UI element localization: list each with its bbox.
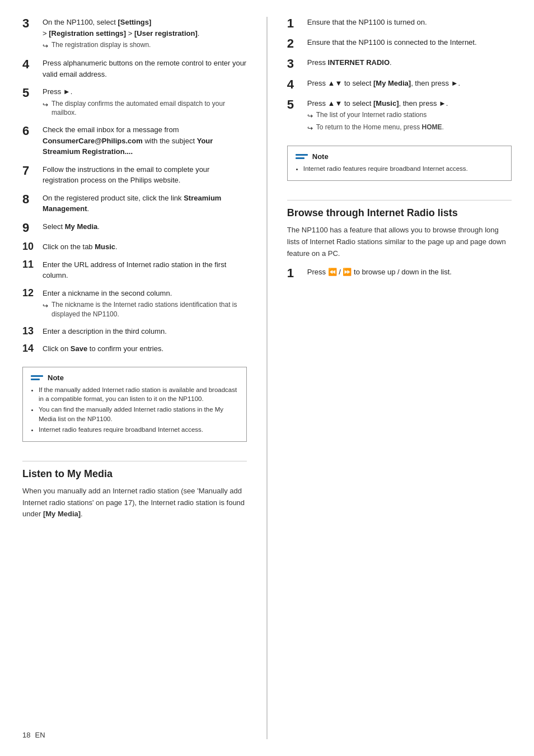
note-bullet-item: Internet radio features require broadban…: [303, 164, 503, 173]
note-label: Note: [48, 374, 64, 382]
right-step-2: 2 Ensure that the NP1100 is connected to…: [287, 37, 512, 50]
step-6: 6 Check the email inbox for a message fr…: [22, 124, 247, 157]
left-column: 3 On the NP1100, select [Settings]> [Reg…: [22, 17, 247, 739]
arrow-item: ↪ The list of your Internet radio statio…: [307, 110, 512, 121]
right-step-4: 4 Press ▲▼ to select [My Media], then pr…: [287, 78, 512, 91]
step-content-9: Select My Media.: [43, 221, 247, 232]
step-5: 5 Press ►. ↪ The display confirms the au…: [22, 86, 247, 118]
step-num-r4: 4: [287, 78, 307, 91]
arrow-icon: ↪: [43, 41, 48, 51]
step-num-11: 11: [22, 259, 43, 270]
step-num-4: 4: [22, 58, 43, 71]
arrow-icon: ↪: [43, 301, 48, 311]
arrow-item: ↪ The nickname is the Internet radio sta…: [43, 300, 247, 319]
step-num-r1: 1: [287, 17, 307, 30]
page-lang: EN: [35, 731, 45, 739]
listen-section-title: Listen to My Media: [22, 468, 247, 480]
step-content-3: On the NP1100, select [Settings]> [Regis…: [43, 17, 247, 51]
step-content-13: Enter a description in the third column.: [43, 326, 247, 337]
arrow-item: ↪ To return to the Home menu, press HOME…: [307, 123, 512, 133]
step-num-r2: 2: [287, 37, 307, 50]
arrow-text: The display confirms the automated email…: [51, 99, 247, 118]
browse-step-1: 1 Press ⏪ / ⏩ to browse up / down in the…: [287, 267, 512, 280]
arrow-item: ↪ The registration display is shown.: [43, 40, 247, 51]
arrow-icon: ↪: [43, 100, 48, 110]
step-content-r1: Ensure that the NP1100 is turned on.: [307, 17, 512, 28]
step-num-3: 3: [22, 17, 43, 30]
step-num-14: 14: [22, 343, 43, 354]
page-number: 18: [22, 731, 30, 739]
step-num-5: 5: [22, 86, 43, 100]
right-step-3: 3 Press INTERNET RADIO.: [287, 57, 512, 71]
browse-section-title: Browse through Internet Radio lists: [287, 207, 512, 219]
right-step-1: 1 Ensure that the NP1100 is turned on.: [287, 17, 512, 30]
step-9: 9 Select My Media.: [22, 221, 247, 235]
step-content-5: Press ►. ↪ The display confirms the auto…: [43, 86, 247, 118]
step-content-b1: Press ⏪ / ⏩ to browse up / down in the l…: [307, 267, 512, 278]
vertical-divider: [266, 17, 268, 739]
listen-section-desc: When you manually add an Internet radio …: [22, 486, 247, 520]
step-13: 13 Enter a description in the third colu…: [22, 326, 247, 337]
note-bullet-item: You can find the manually added Internet…: [39, 405, 238, 423]
page-footer: 18 EN: [22, 720, 247, 739]
step-content-r4: Press ▲▼ to select [My Media], then pres…: [307, 78, 512, 89]
step-num-r5: 5: [287, 98, 307, 111]
note-box-right: Note Internet radio features require bro…: [287, 146, 512, 181]
step-num-10: 10: [22, 241, 43, 253]
step-content-r3: Press INTERNET RADIO.: [307, 57, 512, 68]
right-steps: 1 Ensure that the NP1100 is turned on. 2…: [287, 17, 512, 140]
note-header-right: Note: [296, 152, 503, 161]
step-14: 14 Click on Save to confirm your entries…: [22, 343, 247, 354]
step-content-r2: Ensure that the NP1100 is connected to t…: [307, 37, 512, 48]
section-divider-right: [287, 200, 512, 200]
right-step-5: 5 Press ▲▼ to select [Music], then press…: [287, 98, 512, 134]
note-bullets: If the manually added Internet radio sta…: [39, 385, 238, 433]
note-icon: [31, 373, 43, 382]
page: 3 On the NP1100, select [Settings]> [Reg…: [0, 0, 534, 756]
step-content-14: Click on Save to confirm your entries.: [43, 343, 247, 354]
step-content-10: Click on the tab Music.: [43, 241, 247, 253]
step-num-12: 12: [22, 288, 43, 299]
step-content-12: Enter a nickname in the second column. ↪…: [43, 288, 247, 319]
listen-section: Listen to My Media When you manually add…: [22, 468, 247, 527]
arrow-text: The nickname is the Internet radio stati…: [51, 300, 247, 319]
arrow-icon: ↪: [307, 123, 313, 133]
step-num-b1: 1: [287, 267, 307, 280]
step-num-9: 9: [22, 221, 43, 235]
right-column: 1 Ensure that the NP1100 is turned on. 2…: [287, 17, 512, 739]
browse-section: Browse through Internet Radio lists The …: [287, 207, 512, 287]
step-content-6: Check the email inbox for a message from…: [43, 124, 247, 157]
arrow-text: To return to the Home menu, press HOME.: [316, 123, 444, 132]
step-11: 11 Enter the URL address of Internet rad…: [22, 259, 247, 281]
note-header: Note: [31, 373, 238, 382]
browse-section-desc: The NP1100 has a feature that allows you…: [287, 225, 512, 259]
step-content-11: Enter the URL address of Internet radio …: [43, 259, 247, 281]
step-8: 8 On the registered product site, click …: [22, 193, 247, 214]
step-3: 3 On the NP1100, select [Settings]> [Reg…: [22, 17, 247, 51]
section-divider: [22, 461, 247, 461]
step-4: 4 Press alphanumeric buttons on the remo…: [22, 58, 247, 80]
left-steps: 3 On the NP1100, select [Settings]> [Reg…: [22, 17, 247, 361]
arrow-text: The list of your Internet radio stations: [316, 110, 427, 120]
step-content-7: Follow the instructions in the email to …: [43, 164, 247, 186]
arrow-icon: ↪: [307, 111, 313, 121]
step-10: 10 Click on the tab Music.: [22, 241, 247, 253]
note-box-left: Note If the manually added Internet radi…: [22, 367, 247, 441]
arrow-item: ↪ The display confirms the automated ema…: [43, 99, 247, 118]
note-icon-right: [296, 152, 308, 161]
step-num-6: 6: [22, 124, 43, 138]
step-content-r5: Press ▲▼ to select [Music], then press ►…: [307, 98, 512, 134]
note-bullet-item: Internet radio features require broadban…: [39, 425, 238, 434]
step-content-4: Press alphanumeric buttons on the remote…: [43, 58, 247, 80]
note-label-right: Note: [312, 152, 329, 161]
note-bullets-right: Internet radio features require broadban…: [303, 164, 503, 173]
step-12: 12 Enter a nickname in the second column…: [22, 288, 247, 319]
step-num-7: 7: [22, 164, 43, 178]
step-num-r3: 3: [287, 57, 307, 71]
note-bullet-item: If the manually added Internet radio sta…: [39, 385, 238, 403]
step-num-13: 13: [22, 326, 43, 337]
step-num-8: 8: [22, 193, 43, 206]
step-7: 7 Follow the instructions in the email t…: [22, 164, 247, 186]
step-content-8: On the registered product site, click th…: [43, 193, 247, 214]
arrow-text: The registration display is shown.: [51, 40, 151, 50]
